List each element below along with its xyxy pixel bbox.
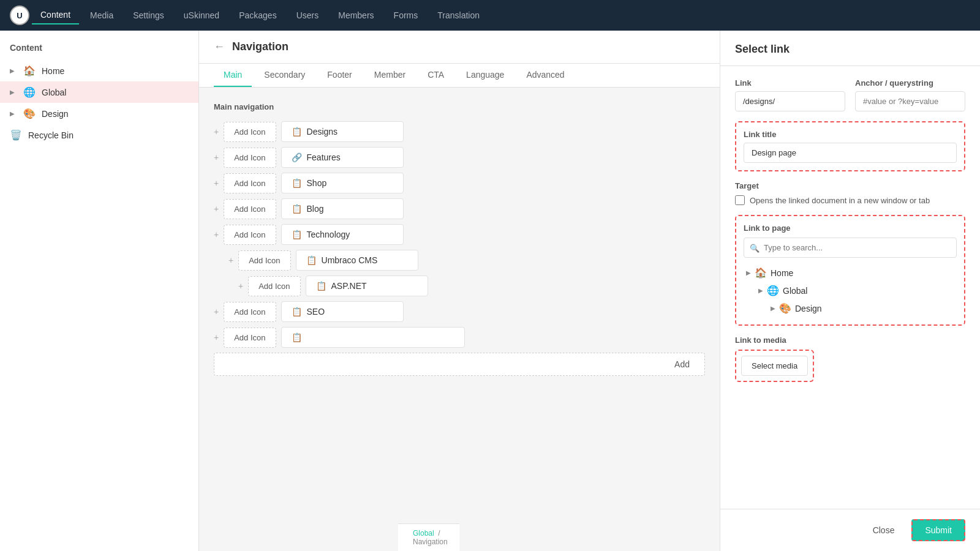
search-icon: 🔍 [750,243,760,252]
add-row[interactable]: Add [214,353,705,376]
design-node-icon: 🎨 [779,302,791,314]
chevron-icon: ▶ [10,67,15,74]
tab-footer[interactable]: Footer [317,64,361,87]
logo: U [10,6,29,25]
technology-icon: 📋 [292,230,302,239]
nav-label-aspnet: 📋 ASP.NET [306,276,428,296]
link-input[interactable] [735,91,845,111]
nav-row-features: + Add Icon 🔗 Features [214,147,705,168]
sidebar-item-label: Home [42,66,64,76]
drag-handle[interactable]: + [214,178,219,188]
tree-item-global[interactable]: ▶ 🌐 Global [756,282,957,299]
designs-icon: 📋 [292,127,302,137]
nav-row-umbraco: + Add Icon 📋 Umbraco CMS [214,250,705,271]
anchor-input[interactable] [855,91,965,111]
drag-handle[interactable]: + [214,152,219,162]
panel-body: Link Anchor / querystring Link title Tar… [720,66,980,509]
nav-label-text: Blog [307,204,324,214]
add-icon-button[interactable]: Add Icon [238,250,290,271]
target-section: Target Opens the linked document in a ne… [735,181,965,205]
nav-label-technology: 📋 Technology [281,224,404,245]
tree-item-design[interactable]: ▶ 🎨 Design [768,299,957,317]
nav-label-empty: 📋 [281,327,465,348]
link-to-page-label: Link to page [744,223,957,233]
nav-label-text: ASP.NET [331,281,367,291]
nav-users[interactable]: Users [288,7,328,24]
breadcrumb-parent[interactable]: Global [413,529,434,538]
add-icon-button[interactable]: Add Icon [224,148,276,168]
sidebar-item-label: Recycle Bin [28,130,74,140]
tab-main[interactable]: Main [214,64,252,87]
add-icon-button[interactable]: Add Icon [224,173,276,193]
target-checkbox-row: Opens the linked document in a new windo… [735,195,965,205]
nav-packages[interactable]: Packages [230,7,285,24]
nav-label-shop: 📋 Shop [281,173,404,193]
nav-content[interactable]: Content [32,6,79,24]
link-label: Link [735,78,845,88]
link-title-input[interactable] [744,143,957,163]
nav-members[interactable]: Members [330,7,382,24]
features-icon: 🔗 [292,152,302,162]
close-button[interactable]: Close [863,520,905,540]
add-icon-button[interactable]: Add Icon [224,225,276,245]
tab-cta[interactable]: CTA [418,64,454,87]
select-media-wrapper: Select media [735,350,814,382]
link-title-label: Link title [744,130,957,139]
add-icon-button[interactable]: Add Icon [248,276,300,296]
submit-button[interactable]: Submit [911,519,965,541]
tab-advanced[interactable]: Advanced [516,64,574,87]
blog-icon: 📋 [292,204,302,214]
target-checkbox[interactable] [735,195,745,205]
sidebar-item-design[interactable]: ▶ 🎨 Design [0,103,198,124]
nav-label-designs: 📋 Designs [281,121,404,142]
sidebar-item-global[interactable]: ▶ 🌐 Global [0,81,198,103]
link-to-media-label: Link to media [735,335,965,345]
nav-row-seo: + Add Icon 📋 SEO [214,301,705,322]
tab-member[interactable]: Member [364,64,415,87]
drag-handle[interactable]: + [238,281,243,291]
chevron-icon: ▶ [10,110,15,117]
nav-label-seo: 📋 SEO [281,301,404,322]
link-title-section: Link title [735,121,965,171]
drag-handle[interactable]: + [214,307,219,317]
drag-handle[interactable]: + [214,127,219,137]
drag-handle[interactable]: + [214,230,219,239]
add-icon-button[interactable]: Add Icon [224,122,276,142]
drag-handle[interactable]: + [228,255,233,265]
nav-row-technology: + Add Icon 📋 Technology [214,224,705,245]
nav-label-text: Features [307,152,341,162]
recycle-bin-icon: 🗑️ [10,129,22,141]
search-input[interactable] [744,238,957,258]
add-icon-button[interactable]: Add Icon [224,199,276,219]
nav-row-empty: + Add Icon 📋 [214,327,705,348]
nav-forms[interactable]: Forms [385,7,427,24]
drag-handle[interactable]: + [214,204,219,214]
nav-media[interactable]: Media [81,7,122,24]
nav-settings[interactable]: Settings [124,7,173,24]
nav-label-text: Technology [307,230,350,239]
nav-list-area: Main navigation + Add Icon 📋 Designs + A… [199,88,720,391]
sidebar-item-home[interactable]: ▶ 🏠 Home [0,60,198,81]
tree-children-home: ▶ 🌐 Global ▶ 🎨 Design [744,282,957,317]
nav-uskinned[interactable]: uSkinned [175,7,228,24]
tab-language[interactable]: Language [456,64,514,87]
sidebar-item-recycle-bin[interactable]: 🗑️ Recycle Bin [0,124,198,146]
page-title: Navigation [232,40,288,53]
drag-handle[interactable]: + [214,332,219,342]
tree-item-home[interactable]: ▶ 🏠 Home [744,264,957,282]
add-icon-button[interactable]: Add Icon [224,328,276,348]
global-node-icon: 🌐 [767,285,779,296]
home-icon: 🏠 [23,65,36,77]
back-button[interactable]: ← [214,40,225,53]
nav-translation[interactable]: Translation [429,7,488,24]
tab-secondary[interactable]: Secondary [254,64,315,87]
link-to-media-section: Link to media Select media [735,335,965,382]
anchor-label: Anchor / querystring [855,78,965,88]
add-icon-button[interactable]: Add Icon [224,302,276,322]
tree-node-label: Design [795,304,822,313]
tree-children-global: ▶ 🎨 Design [756,299,957,317]
sidebar-item-label: Design [42,109,69,119]
select-media-button[interactable]: Select media [741,356,808,376]
nav-row-blog: + Add Icon 📋 Blog [214,198,705,219]
anchor-group: Anchor / querystring [855,78,965,111]
